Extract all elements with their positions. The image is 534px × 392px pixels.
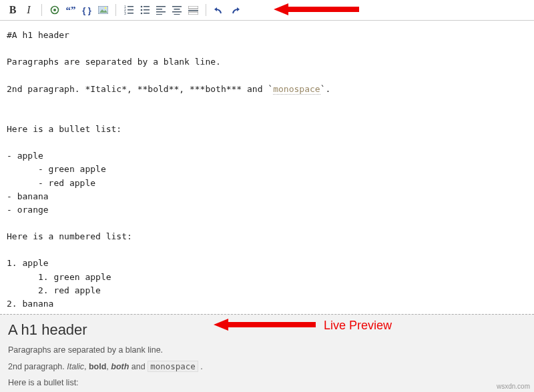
unordered-list-button[interactable] [138, 3, 152, 17]
live-preview-pane: A h1 header Paragraphs are separated by … [0, 314, 534, 392]
svg-rect-24 [174, 14, 180, 15]
editor-line: - green apple [7, 164, 106, 174]
svg-rect-27 [188, 12, 198, 15]
preview-paragraph: 2nd paragraph. Italic, bold, both and mo… [8, 361, 526, 371]
redo-button[interactable] [228, 3, 242, 17]
editor-line: - apple [7, 151, 43, 161]
svg-rect-26 [188, 10, 198, 11]
editor-line: 1. green apple [7, 272, 111, 282]
link-button[interactable] [47, 3, 62, 17]
editor-line: 2nd paragraph. *Italic*, **bold**, ***bo… [7, 84, 330, 95]
code-button[interactable]: { } [79, 3, 94, 17]
editor-line: 2. red apple [7, 285, 101, 295]
svg-rect-19 [156, 11, 166, 13]
svg-point-13 [140, 13, 142, 15]
svg-rect-16 [144, 13, 150, 14]
bold-button[interactable]: B [5, 3, 20, 17]
editor-line: #A h1 header [7, 30, 69, 40]
svg-point-4 [104, 7, 106, 9]
editor-line: - red apple [7, 178, 95, 188]
align-center-button[interactable] [170, 3, 184, 17]
markdown-editor[interactable]: #A h1 header Paragraphs are separated by… [0, 21, 534, 314]
watermark: wsxdn.com [497, 383, 530, 390]
quote-button[interactable]: “” [63, 3, 78, 17]
svg-rect-18 [156, 9, 162, 10]
svg-rect-2 [98, 6, 108, 14]
svg-point-12 [140, 9, 142, 11]
svg-rect-17 [156, 6, 166, 7]
svg-rect-14 [144, 6, 150, 7]
editor-line: 2. banana [7, 299, 53, 309]
svg-rect-15 [144, 9, 150, 11]
editor-line: - banana [7, 191, 49, 201]
svg-rect-9 [127, 9, 134, 11]
italic-button[interactable]: I [21, 3, 36, 17]
ordered-list-button[interactable]: 123 [121, 3, 136, 17]
align-left-button[interactable] [154, 3, 168, 17]
svg-point-11 [140, 6, 142, 8]
separator [41, 4, 42, 16]
editor-line: Here is a bullet list: [7, 124, 121, 134]
image-button[interactable] [95, 3, 110, 17]
svg-rect-21 [172, 6, 182, 7]
svg-text:3: 3 [124, 11, 126, 15]
preview-paragraph: Paragraphs are separated by a blank line… [8, 345, 526, 355]
svg-rect-10 [127, 13, 134, 14]
editor-line: - orange [7, 205, 49, 215]
separator [115, 4, 116, 16]
editor-toolbar: B I “” { } 123 [0, 0, 534, 21]
svg-rect-23 [172, 11, 182, 13]
editor-line: Paragraphs are separated by a blank line… [7, 57, 221, 67]
editor-line: Here is a numbered list: [7, 231, 132, 241]
svg-rect-8 [127, 6, 134, 7]
editor-line: 1. apple [7, 258, 49, 268]
preview-h1: A h1 header [8, 321, 526, 339]
svg-rect-25 [188, 6, 198, 9]
svg-rect-20 [156, 14, 162, 15]
svg-point-1 [53, 9, 56, 11]
svg-rect-22 [174, 9, 180, 10]
separator [206, 4, 206, 16]
undo-button[interactable] [212, 3, 226, 17]
preview-paragraph: Here is a bullet list: [8, 378, 526, 387]
horizontal-rule-button[interactable] [186, 3, 200, 17]
